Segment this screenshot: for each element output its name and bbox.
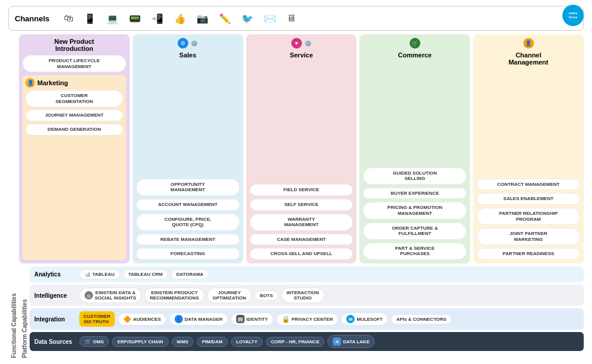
pill-oms: 🛒 OMS <box>79 336 109 347</box>
datasources-label: Data Sources <box>34 339 75 345</box>
channel-icon-desktop: 💻 <box>107 13 118 24</box>
platform-capabilities-label: Platform Capabilities <box>19 266 30 358</box>
channel-icon-camera: 📷 <box>197 13 208 24</box>
col-title-sales: Sales <box>136 51 240 176</box>
page-container: salesforce Channels 🛍 📱 💻 📟 📲 👍 📷 ✏️ 🐦 ✉… <box>0 0 592 364</box>
channel-icon-twitter: 🐦 <box>242 13 253 24</box>
pill-journey-opt: JOURNEYOPTIMIZATION <box>207 288 252 303</box>
platform-row-datasources: Data Sources 🛒 OMS ERP/SUPPLY CHAIN WMS … <box>30 332 584 351</box>
pill-guided-solution: GUIDED SOLUTIONSELLING <box>363 167 466 185</box>
platform-rows: Analytics 📊 TABLEAU TABLEAU CRM DATORAMA… <box>30 266 584 358</box>
channel-icon-email: ✉️ <box>264 13 276 24</box>
pill-cpq: CONFIGURE, PRICE,QUOTE (CPQ) <box>136 214 240 231</box>
pill-privacy: 🔒 PRIVACY CENTER <box>276 313 339 326</box>
pill-warranty: WARRANTYMANAGEMENT <box>250 214 353 231</box>
datasources-pills: 🛒 OMS ERP/SUPPLY CHAIN WMS PIM/DAM LOYAL… <box>79 335 579 348</box>
pill-forecasting: FORECASTING <box>136 248 240 260</box>
tableau-icon: 📊 <box>85 272 91 277</box>
col-title-channel-mgmt: ChannelManagement <box>477 51 580 176</box>
marketing-title: Marketing <box>37 79 68 86</box>
pill-einstein-data: 🤖 EINSTEIN DATA &SOCIAL INSIGHTS <box>79 288 141 303</box>
col-title-service: Service <box>250 51 353 181</box>
integration-pills: CUSTOMER360 TRUTH 🔶 AUDIENCES 👤 DATA MAN… <box>79 311 579 327</box>
pill-pricing: PRICING & PROMOTIONMANAGEMENT <box>363 202 466 219</box>
pill-sales-enable: SALES ENABLEMENT <box>477 193 580 205</box>
pill-journey-mgmt: JOURNEY MANAGEMENT <box>25 109 123 121</box>
service-badge-icon: ♥ <box>291 38 302 49</box>
platform-row-analytics: Analytics 📊 TABLEAU TABLEAU CRM DATORAMA <box>30 266 584 282</box>
pill-tableau: 📊 TABLEAU <box>79 269 120 279</box>
pill-datorama: DATORAMA <box>171 269 209 279</box>
commerce-badge-icon: 🛒 <box>410 38 420 49</box>
channel-badge-icon: 👤 <box>523 38 534 49</box>
pill-data-manager: 👤 DATA MANAGER <box>169 313 228 326</box>
identity-icon: 🏢 <box>236 315 244 323</box>
pill-einstein-product: EINSTEIN PRODUCTRECOMMENDATIONS <box>144 288 204 303</box>
col-title-commerce: Commerce <box>363 51 466 165</box>
channel-icon-bag: 🛍 <box>64 13 73 24</box>
col-title-new-product: New ProductIntroduction <box>22 38 126 52</box>
privacy-icon: 🔒 <box>282 315 290 323</box>
pill-field-service: FIELD SERVICE <box>250 184 353 196</box>
pill-partner-rel: PARTNER RELATIONSHIPPROGRAM <box>477 208 580 225</box>
pill-demand-gen: DEMAND GENERATION <box>25 124 123 136</box>
col-new-product: New ProductIntroduction PRODUCT LIFECYCL… <box>19 34 130 263</box>
pill-corp: CORP - HR, FINANCE <box>266 337 325 347</box>
pill-mulesoft: M MULESOFT <box>341 313 388 326</box>
salesforce-logo: salesforce <box>562 5 584 26</box>
data-manager-icon: 👤 <box>175 315 183 323</box>
pill-customer-seg: CUSTOMERSEGMENTATION <box>25 90 123 107</box>
oms-icon: 🛒 <box>85 339 91 344</box>
pill-bots: BOTS <box>255 291 278 301</box>
pill-interaction: INTERACTIONSTUDIO <box>281 288 324 303</box>
analytics-pills: 📊 TABLEAU TABLEAU CRM DATORAMA <box>79 269 579 279</box>
mulesoft-icon: M <box>346 315 355 323</box>
col-commerce: 🛒 Commerce GUIDED SOLUTIONSELLING BUYER … <box>359 34 470 263</box>
pill-tableau-crm: TABLEAU CRM <box>123 269 168 279</box>
functional-capabilities-label: Functional Capabilities <box>8 34 19 358</box>
analytics-label: Analytics <box>34 271 75 278</box>
pill-joint-partner: JOINT PARTNERMARKETING <box>477 228 580 245</box>
pill-self-service: SELF SERVICE <box>250 199 353 211</box>
channel-icon-screen: 🖥 <box>287 13 296 24</box>
col-channel-mgmt: 👤 ChannelManagement CONTRACT MANAGEMENT … <box>473 34 584 263</box>
pill-account-mgmt: ACCOUNT MANAGEMENT <box>136 199 240 211</box>
pill-opportunity: OPPORTUNITYMANAGEMENT <box>136 179 240 196</box>
data-lake-icon: H <box>333 337 341 346</box>
pill-pim: PIM/DAM <box>197 337 228 347</box>
intelligence-pills: 🤖 EINSTEIN DATA &SOCIAL INSIGHTS EINSTEI… <box>79 288 579 303</box>
marketing-icon: 👤 <box>25 78 35 88</box>
einstein-icon: 🤖 <box>85 291 93 299</box>
pill-product-lifecycle: PRODUCT LIFECYCLEMANAGEMENT <box>22 55 126 72</box>
pill-identity: 🏢 IDENTITY <box>231 313 273 326</box>
platform-row-integration: Integration CUSTOMER360 TRUTH 🔶 AUDIENCE… <box>30 308 584 330</box>
intelligence-label: Intelligence <box>34 292 75 299</box>
pill-loyalty: LOYALTY <box>231 337 263 347</box>
col-sales: ⚙ ⚙️ Sales OPPORTUNITYMANAGEMENT ACCOUNT… <box>133 34 243 263</box>
channel-icon-facebook: 👍 <box>174 13 186 24</box>
channels-label: Channels <box>15 14 50 23</box>
channel-icon-tablet: 📟 <box>129 13 141 24</box>
pill-wms: WMS <box>172 337 194 347</box>
pill-partner-ready: PARTNER READINESS <box>477 248 580 260</box>
pill-erp: ERP/SUPPLY CHAIN <box>112 337 168 347</box>
channel-icon-pen: ✏️ <box>219 13 231 24</box>
platform-row-intelligence: Intelligence 🤖 EINSTEIN DATA &SOCIAL INS… <box>30 285 584 306</box>
pill-data-lake: H DATA LAKE <box>327 335 375 348</box>
sales-badge-icon: ⚙ <box>178 38 188 49</box>
pill-cross-sell: CROSS-SELL AND UPSELL <box>250 248 353 260</box>
channel-icon-phone: 📲 <box>152 13 163 24</box>
pill-buyer-exp: BUYER EXPERIENCE <box>363 188 466 199</box>
channels-bar: Channels 🛍 📱 💻 📟 📲 👍 📷 ✏️ 🐦 ✉️ 🖥 <box>8 6 584 31</box>
pill-apis: APIs & CONNECTORS <box>391 314 452 324</box>
pill-case-mgmt: CASE MANAGEMENT <box>250 234 353 246</box>
pill-c360: CUSTOMER360 TRUTH <box>79 311 115 327</box>
col-service: ♥ ⚙️ Service FIELD SERVICE SELF SERVICE … <box>246 34 357 263</box>
integration-label: Integration <box>34 316 75 323</box>
pill-audiences: 🔶 AUDIENCES <box>118 313 166 326</box>
marketing-header: 👤 Marketing <box>25 78 123 88</box>
pill-contract: CONTRACT MANAGEMENT <box>477 179 580 191</box>
channel-icon-mobile: 📱 <box>84 13 96 24</box>
audiences-icon: 🔶 <box>123 315 131 323</box>
functional-columns: New ProductIntroduction PRODUCT LIFECYCL… <box>19 34 584 263</box>
